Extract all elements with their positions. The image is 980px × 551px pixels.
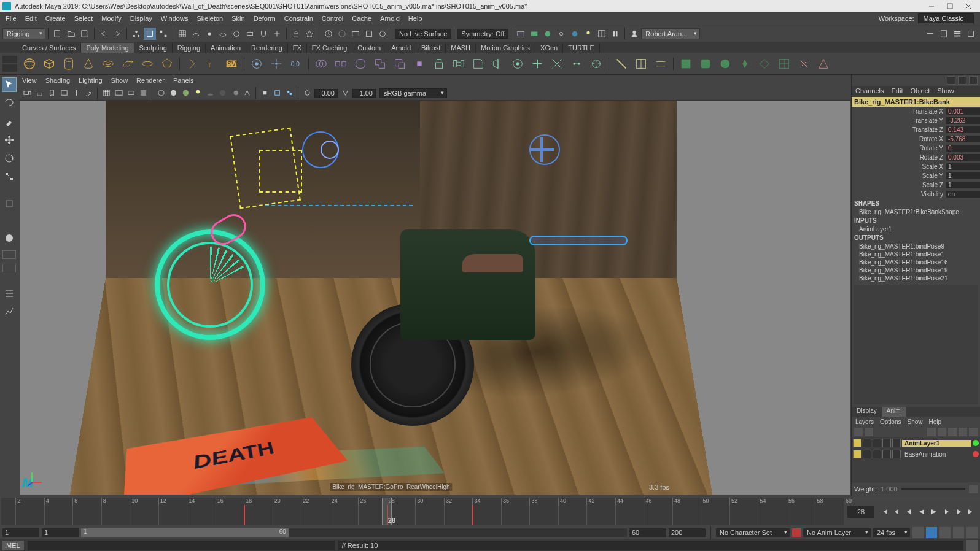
move-tool-icon[interactable] xyxy=(2,133,17,147)
snap-view-icon[interactable] xyxy=(244,28,256,40)
layer-menu-options[interactable]: Options xyxy=(880,418,901,425)
soft-select-icon[interactable] xyxy=(248,55,265,72)
lasso-tool-icon[interactable] xyxy=(2,96,17,110)
zero-key-layer-icon[interactable] xyxy=(854,428,863,436)
anim-layer-row[interactable]: AnimLayer1 xyxy=(852,437,980,449)
shaded-icon[interactable] xyxy=(168,88,179,99)
extrude-icon[interactable] xyxy=(430,55,448,72)
rotate-tool-icon[interactable] xyxy=(2,151,17,166)
keyframe-marker[interactable] xyxy=(472,505,473,525)
shadows-icon[interactable] xyxy=(204,88,216,99)
poly-cone-icon[interactable] xyxy=(80,55,97,72)
preferences-icon[interactable] xyxy=(966,527,978,538)
layer-toggle-icon[interactable] xyxy=(882,450,891,458)
output-node[interactable]: Bike_rig_MASTER1:bindPose9 xyxy=(852,242,980,250)
snap-curve-icon[interactable] xyxy=(190,28,202,40)
snap-grid-icon[interactable] xyxy=(176,28,189,40)
poly-text-icon[interactable]: T xyxy=(203,55,220,72)
command-input[interactable] xyxy=(28,541,335,550)
create-empty-layer-icon[interactable] xyxy=(948,428,957,436)
outliner-toggle-icon[interactable] xyxy=(2,286,17,301)
panel-menu-view[interactable]: View xyxy=(22,77,37,84)
menu-modify[interactable]: Modify xyxy=(97,15,125,22)
ipr-icon[interactable] xyxy=(376,28,389,40)
layer-name[interactable]: AnimLayer1 xyxy=(902,440,971,447)
render-settings-icon[interactable] xyxy=(555,28,567,40)
layer-tab-anim[interactable]: Anim xyxy=(882,407,906,417)
layer-toggle-icon[interactable] xyxy=(863,450,871,458)
2d-pan-icon[interactable] xyxy=(71,88,82,99)
select-object-icon[interactable] xyxy=(144,28,156,40)
menu-skeleton[interactable]: Skeleton xyxy=(192,15,227,22)
character-set-dropdown[interactable]: No Character Set xyxy=(716,528,790,537)
go-to-start-icon[interactable] xyxy=(879,506,890,517)
quadrangulate-icon[interactable] xyxy=(795,55,812,72)
channel-attr-row[interactable]: Scale Y1 xyxy=(852,171,980,180)
single-view-icon[interactable] xyxy=(2,250,16,259)
playback-prefs-icon[interactable] xyxy=(953,527,964,538)
shelf-tab-animation[interactable]: Animation xyxy=(206,43,246,53)
aa-icon[interactable] xyxy=(241,88,252,99)
attr-value[interactable]: 0 xyxy=(946,145,980,152)
save-scene-icon[interactable] xyxy=(79,28,91,40)
interactive-creation-icon[interactable] xyxy=(271,28,283,40)
poly-type-icon[interactable] xyxy=(184,55,201,72)
poly-torus-icon[interactable] xyxy=(99,55,117,72)
boolean-union-icon[interactable] xyxy=(371,55,389,72)
output-node[interactable]: Bike_rig_MASTER1:bindPose21 xyxy=(852,274,980,282)
attribute-editor-icon[interactable] xyxy=(958,76,966,85)
symmetry-field[interactable]: Symmetry: Off xyxy=(457,29,508,39)
colorspace-dropdown[interactable]: sRGB gamma xyxy=(379,88,447,98)
cv-icon[interactable]: 0,0 xyxy=(287,55,305,72)
maximize-button[interactable] xyxy=(941,1,959,12)
layer-name[interactable]: BaseAnimation xyxy=(902,451,971,458)
input-node[interactable]: AnimLayer1 xyxy=(852,225,980,233)
channelbox-tab-channels[interactable]: Channels xyxy=(852,86,887,97)
insert-edge-icon[interactable] xyxy=(632,55,650,72)
channel-attr-row[interactable]: Scale Z1 xyxy=(852,180,980,190)
layer-toggle-icon[interactable] xyxy=(853,450,861,458)
history-off-icon[interactable] xyxy=(336,28,348,40)
attr-value[interactable]: -5.768 xyxy=(946,136,980,142)
shelf-tab-motiongraphics[interactable]: Motion Graphics xyxy=(476,43,535,53)
attr-value[interactable]: on xyxy=(946,191,980,198)
user-dropdown[interactable]: Robert Aran... xyxy=(641,28,700,39)
range-end-field[interactable]: 60 xyxy=(629,528,666,537)
time-slider[interactable]: 2468101214161820222426283032343638404244… xyxy=(0,496,980,526)
module-dropdown[interactable]: Rigging xyxy=(2,28,45,39)
layer-toggle-icon[interactable] xyxy=(873,450,881,458)
pivot-icon[interactable] xyxy=(268,55,285,72)
key-weight-icon[interactable] xyxy=(969,485,978,493)
zero-weight-layer-icon[interactable] xyxy=(865,428,873,436)
mirror-icon[interactable] xyxy=(489,55,507,72)
multi-cut-icon[interactable] xyxy=(613,55,630,72)
loop-icon[interactable] xyxy=(912,527,924,538)
scale-tool-icon[interactable] xyxy=(2,169,17,184)
film-gate-icon[interactable] xyxy=(113,88,124,99)
retopo-icon[interactable] xyxy=(776,55,793,72)
channel-box-icon[interactable] xyxy=(947,76,955,85)
undo-icon[interactable] xyxy=(98,28,110,40)
merge-icon[interactable] xyxy=(568,55,585,72)
menu-windows[interactable]: Windows xyxy=(157,15,193,22)
auto-key-indicator[interactable] xyxy=(792,528,801,537)
weight-slider[interactable] xyxy=(901,488,965,490)
panel-menu-shading[interactable]: Shading xyxy=(45,77,70,84)
range-start-field[interactable]: 1 xyxy=(42,528,79,537)
select-component-icon[interactable] xyxy=(157,28,169,40)
snap-point-icon[interactable] xyxy=(203,28,216,40)
minimize-button[interactable] xyxy=(922,1,941,12)
layer-menu-help[interactable]: Help xyxy=(929,418,942,425)
menu-deform[interactable]: Deform xyxy=(249,15,280,22)
menu-constrain[interactable]: Constrain xyxy=(280,15,317,22)
sculpt-relax-icon[interactable] xyxy=(717,55,734,72)
account-icon[interactable] xyxy=(628,28,640,40)
menu-help[interactable]: Help xyxy=(404,15,427,22)
shelf-tab-rendering[interactable]: Rendering xyxy=(246,43,288,53)
snap-live-icon[interactable] xyxy=(230,28,243,40)
wireframe-icon[interactable] xyxy=(155,88,166,99)
shelf-tab-turtle[interactable]: TURTLE xyxy=(563,43,600,53)
layer-toggle-icon[interactable] xyxy=(863,439,871,447)
sculpt-pinch-icon[interactable] xyxy=(756,55,773,72)
layer-toggle-icon[interactable] xyxy=(873,439,881,447)
